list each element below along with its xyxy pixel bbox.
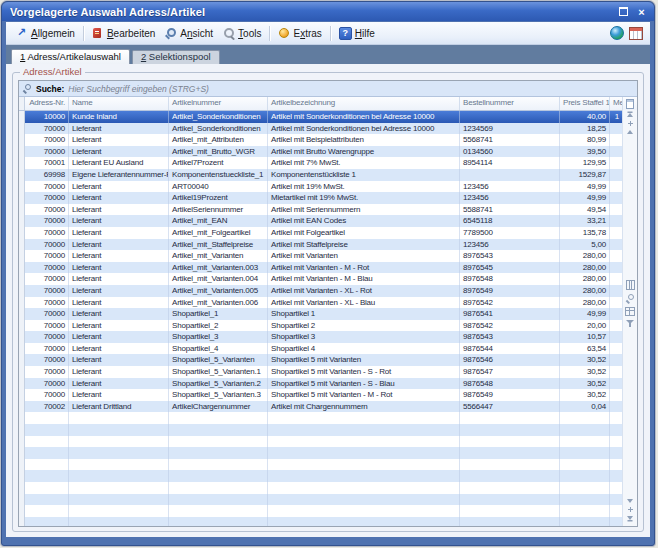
cell-artikelnummer[interactable]: Shopartikel_5_Varianten.1: [169, 366, 268, 378]
column-header-bestellnummer[interactable]: Bestellnummer: [460, 97, 560, 110]
cell-artikelnummer[interactable]: Shopartikel_5_Varianten.2: [169, 378, 268, 390]
cell-name[interactable]: Lieferant: [69, 308, 169, 320]
cell-artikelbezeichnung[interactable]: Shopartikel 5 mit Varianten - M - Rot: [268, 389, 460, 401]
cell-artikelbezeichnung[interactable]: Komponentenstückliste 1: [268, 169, 460, 181]
cell-bestellnummer[interactable]: 5588741: [460, 204, 560, 216]
cell-artikelbezeichnung[interactable]: Artikel mit Staffelpreise: [268, 239, 460, 251]
cell-adressnr[interactable]: 70000: [25, 285, 69, 297]
cell-adressnr[interactable]: 10000: [25, 111, 69, 123]
cell-bestellnummer[interactable]: 5568741: [460, 134, 560, 146]
table-row[interactable]: 70000LieferantShopartikel_3Shopartikel 3…: [19, 331, 637, 343]
cell-artikelbezeichnung[interactable]: Artikel mit Varianten - XL - Blau: [268, 297, 460, 309]
scroll-first-icon[interactable]: [627, 113, 633, 117]
cell-artikelnummer[interactable]: Artikel_mit_Attributen: [169, 134, 268, 146]
cell-artikelnummer[interactable]: Shopartikel_5_Varianten.3: [169, 389, 268, 401]
cell-adressnr[interactable]: 70000: [25, 262, 69, 274]
cell-name[interactable]: Lieferant: [69, 378, 169, 390]
cell-preis[interactable]: 0,04: [560, 401, 610, 413]
scroll-up-icon[interactable]: [627, 130, 633, 134]
cell-artikelbezeichnung[interactable]: Artikel mit Folgeartikel: [268, 227, 460, 239]
table-export-icon[interactable]: [629, 27, 643, 40]
cell-name[interactable]: Lieferant: [69, 239, 169, 251]
column-header-name[interactable]: Name: [69, 97, 169, 110]
cell-adressnr[interactable]: 70000: [25, 146, 69, 158]
table-row[interactable]: 70000LieferantArtikel_mit_Varianten.004A…: [19, 273, 637, 285]
columns-icon[interactable]: [626, 280, 635, 290]
table-row[interactable]: 70000LieferantShopartikel_5_Varianten.3S…: [19, 389, 637, 401]
column-header-artikelnummer[interactable]: Artikelnummer: [169, 97, 268, 110]
cell-name[interactable]: Lieferant EU Ausland: [69, 157, 169, 169]
cell-name[interactable]: Lieferant: [69, 262, 169, 274]
cell-adressnr[interactable]: 70000: [25, 308, 69, 320]
table-row[interactable]: 70000LieferantShopartikel_5_Varianten.2S…: [19, 378, 637, 390]
table-row[interactable]: 70001Lieferant EU AuslandArtikel7Prozent…: [19, 157, 637, 169]
cell-artikelnummer[interactable]: Artikel_mit_Varianten: [169, 250, 268, 262]
table-row[interactable]: 70000LieferantART00040Artikel mit 19% Mw…: [19, 181, 637, 193]
cell-preis[interactable]: 30,52: [560, 366, 610, 378]
column-header-artikelbezeichnung[interactable]: Artikelbezeichnung: [268, 97, 460, 110]
cell-artikelnummer[interactable]: Shopartikel_3: [169, 331, 268, 343]
cell-name[interactable]: Lieferant: [69, 343, 169, 355]
cell-name[interactable]: Lieferant: [69, 250, 169, 262]
table-row[interactable]: 70000LieferantArtikel_mit_AttributenArti…: [19, 134, 637, 146]
cell-artikelbezeichnung[interactable]: Artikel mit Varianten - M - Blau: [268, 273, 460, 285]
cell-artikelnummer[interactable]: ArtikelChargennummer: [169, 401, 268, 413]
cell-bestellnummer[interactable]: 9876546: [460, 354, 560, 366]
cell-adressnr[interactable]: 70000: [25, 123, 69, 135]
cell-preis[interactable]: 135,78: [560, 227, 610, 239]
table-row[interactable]: 70000LieferantArtikel_mit_VariantenArtik…: [19, 250, 637, 262]
cell-adressnr[interactable]: 70000: [25, 215, 69, 227]
cell-artikelbezeichnung[interactable]: Artikel mit Sonderkonditionen bei Adress…: [268, 111, 460, 123]
cell-bestellnummer[interactable]: 9876542: [460, 320, 560, 332]
cell-artikelbezeichnung[interactable]: Artikel mit Varianten: [268, 250, 460, 262]
cell-artikelbezeichnung[interactable]: Shopartikel 5 mit Varianten: [268, 354, 460, 366]
cell-name[interactable]: Kunde Inland: [69, 111, 169, 123]
cell-artikelnummer[interactable]: Artikel19Prozent: [169, 192, 268, 204]
cell-preis[interactable]: 30,52: [560, 389, 610, 401]
cell-bestellnummer[interactable]: 9876549: [460, 389, 560, 401]
cell-preis[interactable]: 39,50: [560, 146, 610, 158]
cell-name[interactable]: Lieferant: [69, 204, 169, 216]
cell-preis[interactable]: 280,00: [560, 297, 610, 309]
column-header-me[interactable]: Me: [610, 97, 623, 110]
table-row[interactable]: 70000LieferantArtikel_mit_StaffelpreiseA…: [19, 239, 637, 251]
cell-name[interactable]: Lieferant: [69, 227, 169, 239]
cell-artikelbezeichnung[interactable]: Shopartikel 4: [268, 343, 460, 355]
cell-name[interactable]: Lieferant: [69, 389, 169, 401]
cell-preis[interactable]: 49,54: [560, 204, 610, 216]
cell-preis[interactable]: 129,95: [560, 157, 610, 169]
cell-adressnr[interactable]: 70000: [25, 192, 69, 204]
table-row[interactable]: 70000LieferantArtikel_mit_Varianten.003A…: [19, 262, 637, 274]
cell-artikelbezeichnung[interactable]: Artikel mit EAN Codes: [268, 215, 460, 227]
cell-adressnr[interactable]: 70000: [25, 297, 69, 309]
magnifier-icon[interactable]: [626, 294, 635, 303]
cell-bestellnummer[interactable]: 8976545: [460, 262, 560, 274]
cell-bestellnummer[interactable]: 9876543: [460, 331, 560, 343]
cell-artikelnummer[interactable]: Shopartikel_1: [169, 308, 268, 320]
cell-name[interactable]: Lieferant: [69, 331, 169, 343]
cell-preis[interactable]: 33,21: [560, 215, 610, 227]
menu-allgemein[interactable]: Allgemein: [11, 25, 80, 41]
cell-name[interactable]: Lieferant: [69, 192, 169, 204]
cell-adressnr[interactable]: 70000: [25, 134, 69, 146]
menu-bearbeiten[interactable]: Bearbeiten: [87, 25, 160, 41]
cell-preis[interactable]: 49,99: [560, 308, 610, 320]
table-row[interactable]: 10000Kunde InlandArtikel_Sonderkondition…: [19, 111, 637, 123]
cell-adressnr[interactable]: 70000: [25, 354, 69, 366]
cell-artikelbezeichnung[interactable]: Shopartikel 1: [268, 308, 460, 320]
cell-artikelnummer[interactable]: Shopartikel_2: [169, 320, 268, 332]
cell-artikelbezeichnung[interactable]: Shopartikel 2: [268, 320, 460, 332]
cell-artikelbezeichnung[interactable]: Artikel mit 19% MwSt.: [268, 181, 460, 193]
cell-preis[interactable]: 49,99: [560, 192, 610, 204]
cell-adressnr[interactable]: 70000: [25, 331, 69, 343]
cell-name[interactable]: Lieferant: [69, 354, 169, 366]
cell-adressnr[interactable]: 70000: [25, 273, 69, 285]
cell-bestellnummer[interactable]: 8976549: [460, 285, 560, 297]
title-bar[interactable]: Vorgelagerte Auswahl Adress/Artikel ×: [2, 2, 654, 21]
cell-preis[interactable]: 63,54: [560, 343, 610, 355]
grid-layout-icon[interactable]: [625, 307, 635, 316]
cell-artikelnummer[interactable]: Artikel_mit_Varianten.003: [169, 262, 268, 274]
cell-bestellnummer[interactable]: 6545118: [460, 215, 560, 227]
cell-preis[interactable]: 30,52: [560, 378, 610, 390]
cell-bestellnummer[interactable]: 5566447: [460, 401, 560, 413]
